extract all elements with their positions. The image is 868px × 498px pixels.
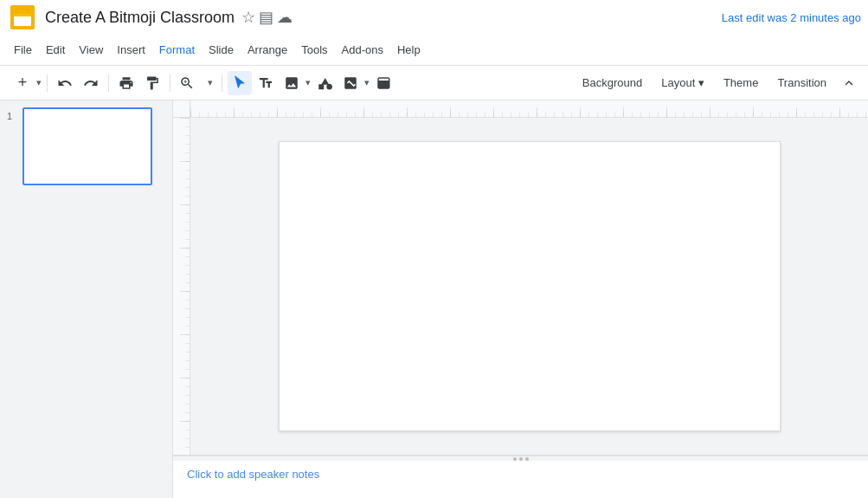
menu-format[interactable]: Format (152, 40, 202, 60)
menu-addons[interactable]: Add-ons (335, 40, 390, 60)
toolbar-divider-2 (108, 74, 109, 92)
print-button[interactable] (114, 71, 138, 95)
document-title: Create A Bitmoji Classroom (45, 9, 235, 27)
redo-button[interactable] (79, 71, 103, 95)
toolbar-right: Background Layout ▾ Theme Transition (574, 71, 861, 95)
svg-rect-3 (14, 14, 31, 16)
undo-button[interactable] (53, 71, 77, 95)
ruler-corner (173, 100, 190, 118)
menu-file[interactable]: File (7, 40, 39, 60)
text-box-tool[interactable] (254, 71, 278, 95)
layout-dropdown-icon: ▾ (695, 76, 704, 89)
menu-bar: File Edit View Insert Format Slide Arran… (0, 35, 868, 66)
add-dropdown-icon[interactable]: ▾ (36, 77, 42, 88)
zoom-control[interactable]: ▾ (176, 75, 216, 91)
folder-icon[interactable]: ▤ (259, 8, 273, 27)
slide-panel[interactable]: 1 (0, 100, 173, 498)
speaker-notes[interactable]: Click to add speaker notes (173, 461, 868, 488)
transition-button[interactable]: Transition (768, 72, 835, 94)
star-icon[interactable]: ☆ (241, 8, 255, 27)
slide-thumbnail-container: 1 (7, 107, 165, 185)
ruler-container (173, 100, 868, 118)
line-tool[interactable] (338, 71, 363, 95)
menu-help[interactable]: Help (390, 40, 428, 60)
toolbar-divider-3 (170, 74, 170, 92)
svg-rect-8 (190, 100, 868, 118)
table-tool[interactable] (371, 71, 395, 95)
app-icon (7, 2, 38, 33)
background-button[interactable]: Background (574, 72, 651, 94)
menu-slide[interactable]: Slide (202, 40, 241, 60)
slide-number: 1 (7, 111, 19, 121)
slide-canvas-wrapper (190, 118, 868, 455)
zoom-value (196, 76, 208, 89)
menu-view[interactable]: View (72, 40, 110, 60)
menu-edit[interactable]: Edit (39, 40, 72, 60)
menu-insert[interactable]: Insert (110, 40, 152, 60)
drag-dot (525, 457, 529, 461)
slide-canvas[interactable] (279, 141, 781, 431)
line-dropdown-icon[interactable]: ▾ (364, 77, 370, 88)
toolbar-collapse-button[interactable] (837, 71, 861, 95)
ruler-horizontal (190, 100, 868, 118)
theme-button[interactable]: Theme (715, 72, 767, 94)
toolbar-divider-1 (47, 74, 48, 92)
drag-dot (513, 457, 517, 461)
slide-thumbnail-1[interactable] (23, 107, 152, 185)
svg-rect-13 (173, 118, 190, 455)
layout-button[interactable]: Layout ▾ (653, 72, 713, 94)
toolbar: + ▾ ▾ ▾ ▾ (0, 66, 868, 100)
add-button[interactable]: + (7, 71, 38, 95)
drag-dot (519, 457, 523, 461)
menu-tools[interactable]: Tools (294, 40, 334, 60)
canvas-scroll-area (173, 118, 868, 455)
image-dropdown-icon[interactable]: ▾ (305, 77, 311, 88)
last-edit-status: Last edit was 2 minutes ago (722, 11, 861, 24)
zoom-dropdown-icon[interactable]: ▾ (208, 77, 213, 88)
title-bar: Create A Bitmoji Classroom ☆ ▤ ☁ Last ed… (0, 0, 868, 35)
paint-format-button[interactable] (140, 71, 164, 95)
menu-arrange[interactable]: Arrange (241, 40, 294, 60)
toolbar-divider-4 (222, 74, 222, 92)
main-content: 1 (0, 100, 868, 498)
canvas-area: Click to add speaker notes (173, 100, 868, 498)
shape-tool[interactable] (312, 71, 337, 95)
select-tool[interactable] (228, 71, 252, 95)
image-tool[interactable] (280, 71, 304, 95)
notes-drag-indicator (513, 457, 529, 461)
notes-area: Click to add speaker notes (173, 455, 868, 498)
cloud-icon[interactable]: ☁ (277, 8, 293, 27)
ruler-vertical (173, 118, 190, 455)
